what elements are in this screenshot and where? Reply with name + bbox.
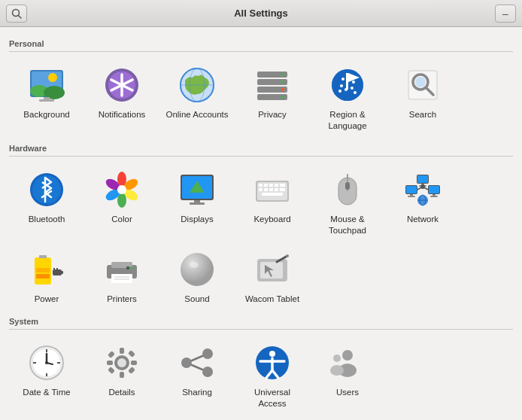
svg-point-26 xyxy=(281,96,284,99)
svg-point-29 xyxy=(341,78,344,81)
power-icon xyxy=(26,248,68,291)
settings-item-bluetooth[interactable]: Bluetooth xyxy=(9,163,84,242)
privacy-label: Privacy xyxy=(258,109,287,120)
online-accounts-icon xyxy=(176,64,218,106)
header-right-buttons: – xyxy=(495,5,516,23)
settings-item-sound[interactable]: Sound xyxy=(159,242,235,311)
svg-rect-133 xyxy=(131,361,137,365)
network-label: Network xyxy=(407,214,439,225)
page-title: All Settings xyxy=(27,8,495,19)
details-label: Details xyxy=(108,387,135,398)
network-icon xyxy=(402,169,444,211)
svg-point-129 xyxy=(117,358,126,367)
sharing-icon xyxy=(176,342,218,384)
svg-rect-69 xyxy=(269,188,273,191)
svg-rect-130 xyxy=(120,348,124,354)
settings-item-sharing[interactable]: Sharing xyxy=(159,336,235,415)
personal-grid: Background Notifications xyxy=(9,58,513,138)
search-button[interactable] xyxy=(6,5,27,23)
header: All Settings – xyxy=(0,0,522,27)
background-label: Background xyxy=(23,109,69,120)
settings-item-background[interactable]: Background xyxy=(9,58,84,138)
header-left-buttons xyxy=(6,5,27,23)
sharing-label: Sharing xyxy=(182,387,212,398)
settings-item-universal-access[interactable]: UniversalAccess xyxy=(235,336,310,415)
users-icon xyxy=(326,342,369,384)
section-personal-label: Personal xyxy=(9,39,513,48)
settings-item-notifications[interactable]: Notifications xyxy=(84,58,159,138)
personal-divider xyxy=(9,51,513,52)
settings-item-power[interactable]: Power xyxy=(9,242,84,311)
svg-rect-68 xyxy=(264,188,268,191)
power-label: Power xyxy=(35,294,59,305)
section-system-label: System xyxy=(9,317,513,326)
minimize-button[interactable]: – xyxy=(495,5,516,23)
section-hardware-label: Hardware xyxy=(9,144,513,153)
svg-point-36 xyxy=(354,91,357,94)
settings-item-wacom-tablet[interactable]: Wacom Tablet xyxy=(235,242,310,311)
svg-rect-65 xyxy=(275,184,278,187)
svg-rect-102 xyxy=(60,271,63,274)
region-language-label: Region & Language xyxy=(313,109,382,132)
mouse-touchpad-icon xyxy=(326,169,369,211)
svg-point-112 xyxy=(181,253,214,286)
notifications-label: Notifications xyxy=(99,109,146,120)
settings-item-network[interactable]: Network xyxy=(385,163,460,242)
svg-point-152 xyxy=(330,365,344,376)
svg-rect-63 xyxy=(264,184,268,187)
settings-item-search[interactable]: Search xyxy=(385,58,460,138)
svg-rect-97 xyxy=(39,255,47,258)
search-icon xyxy=(11,8,22,19)
color-label: Color xyxy=(111,214,132,225)
svg-rect-100 xyxy=(36,262,50,266)
svg-point-151 xyxy=(333,355,341,362)
svg-rect-131 xyxy=(120,372,124,378)
settings-item-displays[interactable]: Displays xyxy=(159,163,235,242)
svg-point-6 xyxy=(48,73,57,82)
hardware-grid: Bluetooth Color xyxy=(9,163,513,311)
wacom-tablet-label: Wacom Tablet xyxy=(245,294,299,305)
svg-rect-137 xyxy=(128,367,135,374)
settings-item-region-language[interactable]: Region & Language xyxy=(310,58,385,138)
displays-icon xyxy=(176,169,218,211)
svg-rect-62 xyxy=(259,184,263,187)
svg-rect-111 xyxy=(126,266,129,269)
settings-item-details[interactable]: Details xyxy=(84,336,159,415)
date-time-icon xyxy=(26,342,68,384)
svg-rect-136 xyxy=(108,367,115,374)
svg-rect-87 xyxy=(417,175,428,183)
settings-item-date-time[interactable]: Date & Time xyxy=(9,336,84,415)
svg-rect-134 xyxy=(108,351,115,358)
svg-line-142 xyxy=(192,365,202,370)
settings-item-color[interactable]: Color xyxy=(84,163,159,242)
privacy-icon xyxy=(251,64,293,106)
svg-point-25 xyxy=(281,88,284,91)
settings-item-privacy[interactable]: Privacy xyxy=(235,58,310,138)
settings-item-keyboard[interactable]: Keyboard xyxy=(235,163,310,242)
settings-item-printers[interactable]: Printers xyxy=(84,242,159,311)
settings-item-online-accounts[interactable]: Online Accounts xyxy=(159,58,235,138)
svg-rect-71 xyxy=(280,188,285,191)
svg-rect-70 xyxy=(275,188,278,191)
notifications-icon xyxy=(101,64,143,106)
svg-rect-67 xyxy=(259,188,263,191)
settings-content: Personal Background xyxy=(0,27,522,420)
svg-rect-132 xyxy=(107,361,113,365)
hardware-divider xyxy=(9,156,513,157)
printers-label: Printers xyxy=(107,294,137,305)
svg-rect-72 xyxy=(262,193,283,196)
svg-point-31 xyxy=(352,81,355,84)
svg-point-139 xyxy=(181,358,192,368)
svg-point-35 xyxy=(338,90,341,93)
svg-rect-135 xyxy=(128,350,135,358)
settings-item-users[interactable]: Users xyxy=(310,336,385,415)
mouse-touchpad-label: Mouse & Touchpad xyxy=(313,214,382,236)
svg-point-138 xyxy=(202,348,213,359)
bluetooth-label: Bluetooth xyxy=(29,214,65,225)
printers-icon xyxy=(101,248,143,291)
universal-access-label: UniversalAccess xyxy=(254,387,290,409)
settings-item-mouse-touchpad[interactable]: Mouse & Touchpad xyxy=(310,163,385,242)
svg-point-117 xyxy=(286,254,289,257)
system-grid: Date & Time De xyxy=(9,336,513,415)
svg-rect-83 xyxy=(429,186,439,193)
